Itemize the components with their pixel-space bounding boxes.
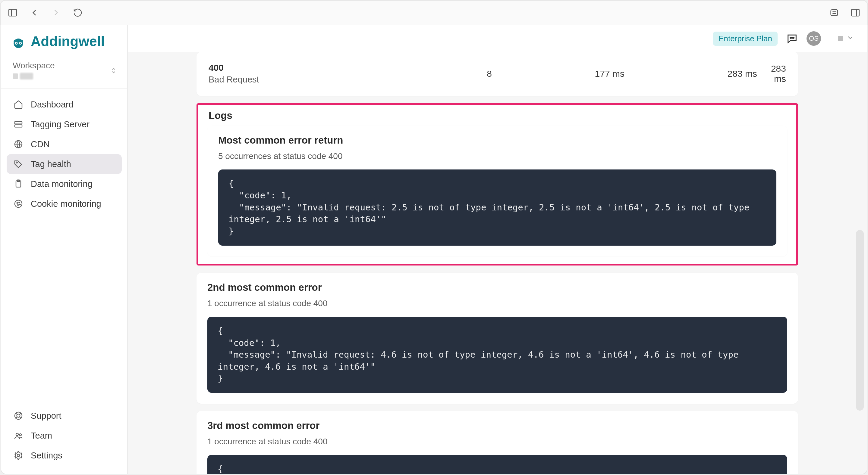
svg-rect-13 <box>15 122 22 124</box>
share-icon[interactable] <box>829 7 840 18</box>
svg-point-32 <box>19 434 22 436</box>
sidebar-item-label: Dashboard <box>31 100 73 109</box>
sidebar-item-label: Settings <box>31 451 62 461</box>
home-icon <box>13 99 24 109</box>
workspace-color-dot <box>13 73 18 79</box>
sidebar-item-label: Support <box>31 411 61 421</box>
log-subtitle: 1 occurrence at status code 400 <box>207 437 787 446</box>
org-color-dot <box>838 36 843 41</box>
sidebar-item-cookie-monitoring[interactable]: Cookie monitoring <box>7 194 122 214</box>
status-p1: 177 ms <box>595 69 624 78</box>
sidebar-item-dashboard[interactable]: Dashboard <box>7 95 122 114</box>
svg-point-12 <box>20 43 22 44</box>
sidebar-item-tag-health[interactable]: Tag health <box>7 154 122 174</box>
log-card-3: 3rd most common error 1 occurrence at st… <box>196 411 798 474</box>
sidebar-item-team[interactable]: Team <box>7 426 122 445</box>
gear-icon <box>13 450 24 461</box>
log-subtitle: 1 occurrence at status code 400 <box>207 299 787 308</box>
logs-highlight-frame: Logs Most common error return 5 occurren… <box>196 103 798 266</box>
status-code: 400 <box>209 63 377 73</box>
status-card: 400 Bad Request 8 177 ms 283 ms 283 ms <box>196 52 798 96</box>
brand-icon <box>10 33 27 49</box>
sidebar-toggle-icon[interactable] <box>7 7 18 18</box>
brand-name: Addingwell <box>31 33 104 49</box>
svg-rect-14 <box>15 125 22 127</box>
back-icon[interactable] <box>29 7 40 18</box>
svg-rect-2 <box>831 10 838 15</box>
sidebar: Addingwell Workspace Dashboard Tagging S… <box>1 25 128 474</box>
main-content: Enterprise Plan OS 400 Bad Request <box>128 25 867 474</box>
workspace-label: Workspace <box>13 61 118 70</box>
sidebar-item-data-monitoring[interactable]: Data monitoring <box>7 174 122 194</box>
svg-point-24 <box>20 204 21 205</box>
sidebar-item-label: Tagging Server <box>31 120 90 129</box>
sidebar-footer: Support Team Settings <box>1 403 127 474</box>
clipboard-icon <box>13 179 24 189</box>
workspace-selector[interactable]: Workspace <box>1 55 127 89</box>
sidebar-item-settings[interactable]: Settings <box>7 445 122 465</box>
server-icon <box>13 119 24 129</box>
chat-icon[interactable] <box>786 33 798 44</box>
status-row: 400 Bad Request 8 177 ms 283 ms 283 ms <box>209 63 786 84</box>
log-code-block[interactable]: { "code": 1, "message": "Invalid request… <box>207 317 787 393</box>
sidebar-item-label: Tag health <box>31 159 71 169</box>
svg-point-33 <box>17 454 20 456</box>
svg-point-26 <box>17 414 20 417</box>
globe-icon <box>13 139 24 149</box>
svg-point-17 <box>16 162 18 163</box>
chevron-updown-icon <box>110 67 118 77</box>
svg-rect-5 <box>851 9 859 16</box>
sidebar-item-tagging-server[interactable]: Tagging Server <box>7 114 122 134</box>
status-label: Bad Request <box>209 75 377 84</box>
log-title: 3rd most common error <box>207 420 787 431</box>
svg-point-21 <box>17 203 18 203</box>
status-p3: 283 ms <box>771 64 786 84</box>
org-selector[interactable] <box>838 34 854 44</box>
cookie-icon <box>13 199 24 209</box>
sidebar-item-cdn[interactable]: CDN <box>7 134 122 154</box>
sidebar-item-label: Data monitoring <box>31 179 93 189</box>
svg-rect-0 <box>9 9 17 16</box>
plan-badge[interactable]: Enterprise Plan <box>713 32 778 46</box>
topbar: Enterprise Plan OS <box>128 25 867 52</box>
tag-icon <box>13 159 24 169</box>
log-subtitle: 5 occurrences at status code 400 <box>218 151 776 161</box>
svg-point-11 <box>16 43 17 44</box>
workspace-name-redacted <box>20 73 33 79</box>
sidebar-item-label: Cookie monitoring <box>31 199 101 209</box>
sidebar-item-label: Team <box>31 431 52 441</box>
content-scroll[interactable]: 400 Bad Request 8 177 ms 283 ms 283 ms L… <box>128 52 867 474</box>
browser-toolbar <box>0 0 868 25</box>
sidebar-item-support[interactable]: Support <box>7 406 122 426</box>
svg-point-31 <box>16 433 19 436</box>
svg-rect-8 <box>13 40 23 43</box>
sidebar-item-label: CDN <box>31 139 50 149</box>
status-p2: 283 ms <box>727 69 757 78</box>
users-icon <box>13 431 24 441</box>
log-code-block[interactable]: { "code": 1, "message": "Invalid request… <box>218 169 776 246</box>
lifebuoy-icon <box>13 411 24 421</box>
log-card-2: 2nd most common error 1 occurrence at st… <box>196 273 798 404</box>
svg-point-20 <box>15 200 22 207</box>
forward-icon[interactable] <box>51 7 61 18</box>
log-code-block[interactable]: { <box>207 455 787 474</box>
svg-point-22 <box>19 202 20 203</box>
log-title: 2nd most common error <box>207 282 787 293</box>
log-card-1: Most common error return 5 occurrences a… <box>207 126 787 257</box>
scrollbar[interactable] <box>856 230 864 411</box>
avatar[interactable]: OS <box>807 31 821 46</box>
reload-icon[interactable] <box>72 7 83 18</box>
svg-point-36 <box>793 37 794 38</box>
panel-right-icon[interactable] <box>850 7 861 18</box>
log-title: Most common error return <box>218 135 776 146</box>
sidebar-nav: Dashboard Tagging Server CDN Tag health … <box>1 89 127 219</box>
chevron-down-icon <box>846 34 854 44</box>
svg-point-23 <box>18 205 19 206</box>
status-count: 8 <box>487 69 492 78</box>
svg-point-34 <box>790 37 791 38</box>
svg-point-35 <box>792 37 792 38</box>
brand-logo[interactable]: Addingwell <box>10 33 118 49</box>
logs-section-title: Logs <box>207 108 787 126</box>
